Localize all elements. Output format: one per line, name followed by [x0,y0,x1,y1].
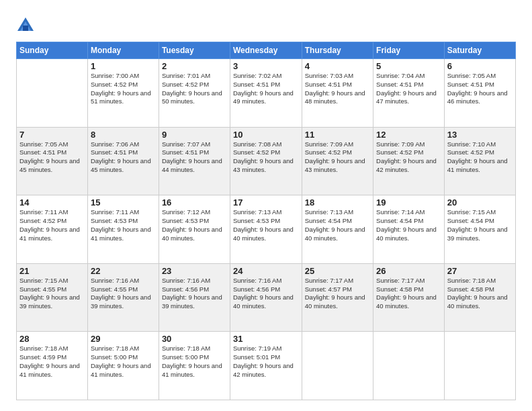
calendar-cell: 12Sunrise: 7:09 AMSunset: 4:52 PMDayligh… [373,127,445,195]
day-info: Sunrise: 7:11 AMSunset: 4:53 PMDaylight:… [91,208,156,242]
day-number: 22 [91,266,156,276]
day-info: Sunrise: 7:00 AMSunset: 4:52 PMDaylight:… [91,72,156,106]
calendar-day-header: Saturday [444,42,515,59]
calendar-cell: 4Sunrise: 7:03 AMSunset: 4:51 PMDaylight… [302,59,373,128]
calendar-week-row: 21Sunrise: 7:15 AMSunset: 4:55 PMDayligh… [17,263,516,332]
day-number: 29 [91,334,156,344]
calendar-cell [373,332,445,400]
day-number: 7 [19,130,85,140]
day-info: Sunrise: 7:11 AMSunset: 4:52 PMDaylight:… [19,208,85,242]
calendar-cell: 15Sunrise: 7:11 AMSunset: 4:53 PMDayligh… [87,195,159,264]
logo [16,16,38,35]
day-info: Sunrise: 7:18 AMSunset: 4:59 PMDaylight:… [19,345,85,379]
day-info: Sunrise: 7:12 AMSunset: 4:53 PMDaylight:… [162,208,227,242]
day-number: 28 [19,334,85,344]
day-info: Sunrise: 7:03 AMSunset: 4:51 PMDaylight:… [305,72,370,106]
calendar-cell: 29Sunrise: 7:18 AMSunset: 5:00 PMDayligh… [87,332,159,400]
day-info: Sunrise: 7:17 AMSunset: 4:58 PMDaylight:… [376,277,441,311]
calendar-cell: 18Sunrise: 7:13 AMSunset: 4:54 PMDayligh… [302,195,373,264]
day-number: 24 [233,266,299,276]
day-number: 27 [447,266,513,276]
day-number: 30 [162,334,227,344]
day-number: 14 [19,197,85,208]
day-number: 11 [305,130,370,140]
calendar: SundayMondayTuesdayWednesdayThursdayFrid… [16,42,516,400]
day-number: 21 [19,266,85,276]
day-number: 1 [91,61,156,71]
header [16,13,516,35]
day-number: 9 [162,130,227,140]
calendar-cell: 6Sunrise: 7:05 AMSunset: 4:51 PMDaylight… [444,59,515,128]
day-info: Sunrise: 7:08 AMSunset: 4:52 PMDaylight:… [233,140,299,175]
day-info: Sunrise: 7:18 AMSunset: 5:00 PMDaylight:… [91,345,156,379]
day-number: 8 [91,130,156,140]
calendar-week-row: 7Sunrise: 7:05 AMSunset: 4:51 PMDaylight… [17,127,516,195]
day-number: 12 [376,130,441,140]
day-number: 10 [233,130,299,140]
day-info: Sunrise: 7:13 AMSunset: 4:54 PMDaylight:… [305,208,370,242]
day-info: Sunrise: 7:05 AMSunset: 4:51 PMDaylight:… [447,72,513,106]
day-info: Sunrise: 7:04 AMSunset: 4:51 PMDaylight:… [376,72,441,106]
day-number: 6 [447,61,513,71]
calendar-cell: 13Sunrise: 7:10 AMSunset: 4:52 PMDayligh… [444,127,515,195]
day-number: 20 [447,197,513,208]
day-number: 16 [162,197,227,208]
calendar-cell: 8Sunrise: 7:06 AMSunset: 4:51 PMDaylight… [87,127,159,195]
calendar-cell: 28Sunrise: 7:18 AMSunset: 4:59 PMDayligh… [17,332,88,400]
day-number: 23 [162,266,227,276]
calendar-cell: 1Sunrise: 7:00 AMSunset: 4:52 PMDaylight… [87,59,159,128]
calendar-cell: 16Sunrise: 7:12 AMSunset: 4:53 PMDayligh… [159,195,230,264]
calendar-day-header: Thursday [302,42,373,59]
day-info: Sunrise: 7:09 AMSunset: 4:52 PMDaylight:… [376,140,441,175]
day-number: 4 [305,61,370,71]
calendar-cell: 24Sunrise: 7:16 AMSunset: 4:56 PMDayligh… [230,263,302,332]
day-info: Sunrise: 7:16 AMSunset: 4:56 PMDaylight:… [162,277,227,311]
calendar-cell: 27Sunrise: 7:18 AMSunset: 4:58 PMDayligh… [444,263,515,332]
day-number: 18 [305,197,370,208]
calendar-header-row: SundayMondayTuesdayWednesdayThursdayFrid… [17,42,516,59]
calendar-day-header: Monday [87,42,159,59]
day-number: 3 [233,61,299,71]
day-number: 17 [233,197,299,208]
day-info: Sunrise: 7:02 AMSunset: 4:51 PMDaylight:… [233,72,299,106]
day-number: 26 [376,266,441,276]
day-info: Sunrise: 7:16 AMSunset: 4:55 PMDaylight:… [91,277,156,311]
day-info: Sunrise: 7:13 AMSunset: 4:53 PMDaylight:… [233,208,299,242]
calendar-cell: 22Sunrise: 7:16 AMSunset: 4:55 PMDayligh… [87,263,159,332]
calendar-week-row: 28Sunrise: 7:18 AMSunset: 4:59 PMDayligh… [17,332,516,400]
calendar-day-header: Wednesday [230,42,302,59]
calendar-day-header: Friday [373,42,445,59]
day-info: Sunrise: 7:05 AMSunset: 4:51 PMDaylight:… [19,140,85,175]
calendar-day-header: Sunday [17,42,88,59]
calendar-cell [302,332,373,400]
calendar-cell: 30Sunrise: 7:18 AMSunset: 5:00 PMDayligh… [159,332,230,400]
calendar-day-header: Tuesday [159,42,230,59]
calendar-cell: 11Sunrise: 7:09 AMSunset: 4:52 PMDayligh… [302,127,373,195]
calendar-cell: 31Sunrise: 7:19 AMSunset: 5:01 PMDayligh… [230,332,302,400]
calendar-cell: 5Sunrise: 7:04 AMSunset: 4:51 PMDaylight… [373,59,445,128]
calendar-cell: 19Sunrise: 7:14 AMSunset: 4:54 PMDayligh… [373,195,445,264]
calendar-cell: 21Sunrise: 7:15 AMSunset: 4:55 PMDayligh… [17,263,88,332]
calendar-cell [17,59,88,128]
calendar-cell: 10Sunrise: 7:08 AMSunset: 4:52 PMDayligh… [230,127,302,195]
day-number: 13 [447,130,513,140]
day-info: Sunrise: 7:18 AMSunset: 4:58 PMDaylight:… [447,277,513,311]
calendar-cell: 26Sunrise: 7:17 AMSunset: 4:58 PMDayligh… [373,263,445,332]
day-info: Sunrise: 7:15 AMSunset: 4:54 PMDaylight:… [447,208,513,242]
day-info: Sunrise: 7:07 AMSunset: 4:51 PMDaylight:… [162,140,227,175]
day-info: Sunrise: 7:10 AMSunset: 4:52 PMDaylight:… [447,140,513,175]
calendar-cell: 2Sunrise: 7:01 AMSunset: 4:52 PMDaylight… [159,59,230,128]
day-number: 31 [233,334,299,344]
calendar-cell: 7Sunrise: 7:05 AMSunset: 4:51 PMDaylight… [17,127,88,195]
day-info: Sunrise: 7:14 AMSunset: 4:54 PMDaylight:… [376,208,441,242]
calendar-week-row: 1Sunrise: 7:00 AMSunset: 4:52 PMDaylight… [17,59,516,128]
calendar-cell: 20Sunrise: 7:15 AMSunset: 4:54 PMDayligh… [444,195,515,264]
day-info: Sunrise: 7:18 AMSunset: 5:00 PMDaylight:… [162,345,227,379]
page: SundayMondayTuesdayWednesdayThursdayFrid… [0,0,532,411]
day-number: 19 [376,197,441,208]
calendar-week-row: 14Sunrise: 7:11 AMSunset: 4:52 PMDayligh… [17,195,516,264]
calendar-cell [444,332,515,400]
calendar-cell: 23Sunrise: 7:16 AMSunset: 4:56 PMDayligh… [159,263,230,332]
calendar-cell: 25Sunrise: 7:17 AMSunset: 4:57 PMDayligh… [302,263,373,332]
day-info: Sunrise: 7:09 AMSunset: 4:52 PMDaylight:… [305,140,370,175]
